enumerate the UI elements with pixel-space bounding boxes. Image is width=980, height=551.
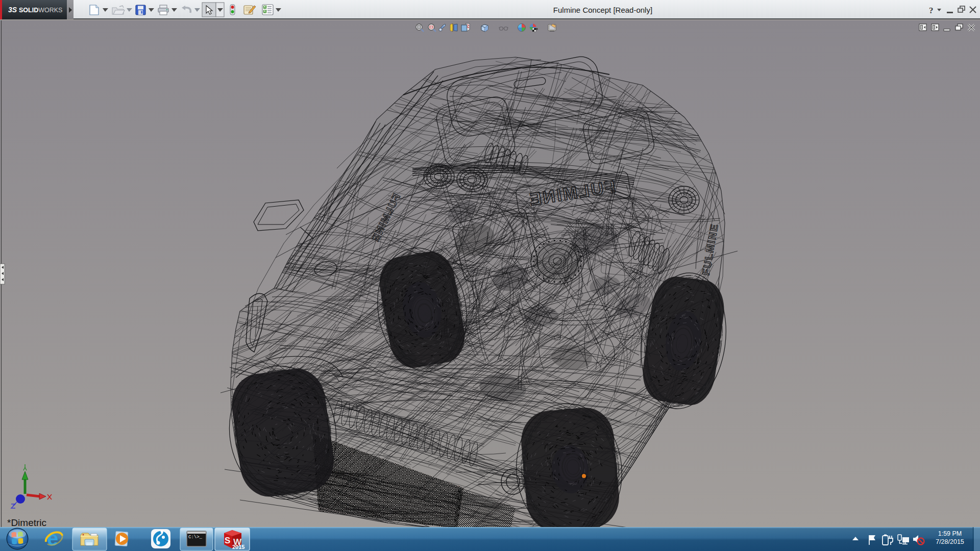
- svg-text:e: e: [47, 527, 58, 549]
- svg-text:2015: 2015: [232, 544, 244, 550]
- svg-text:3S: 3S: [8, 6, 17, 14]
- svg-text:1:59 PM: 1:59 PM: [938, 530, 962, 537]
- svg-text:S: S: [225, 536, 230, 545]
- svg-text:C:\>_: C:\>_: [188, 535, 203, 540]
- svg-text:?: ?: [929, 6, 934, 15]
- svg-text:SOLIDWORKS: SOLIDWORKS: [19, 7, 62, 14]
- svg-text:7/28/2015: 7/28/2015: [936, 538, 964, 545]
- svg-text:*Dimetric: *Dimetric: [7, 517, 46, 528]
- svg-text:Fulmine Concept [Read-only]: Fulmine Concept [Read-only]: [553, 6, 652, 14]
